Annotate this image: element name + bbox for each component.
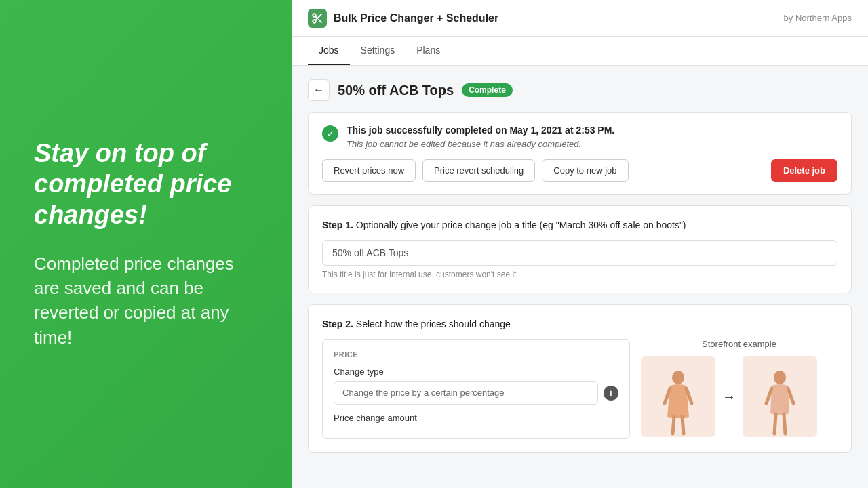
svg-line-14 bbox=[784, 414, 785, 434]
hero-heading: Stay on top of completed price changes! bbox=[34, 138, 258, 231]
alert-header: ✓ This job successfully completed on May… bbox=[322, 125, 837, 150]
alert-actions: Revert prices now Price revert schedulin… bbox=[322, 159, 837, 182]
price-section-title: PRICE bbox=[334, 350, 618, 359]
change-type-wrapper: Change the price by a certain percentage… bbox=[334, 381, 618, 405]
svg-line-13 bbox=[774, 414, 776, 434]
left-panel: Stay on top of completed price changes! … bbox=[0, 0, 292, 488]
svg-line-8 bbox=[673, 417, 674, 434]
change-type-info-icon[interactable]: i bbox=[604, 386, 618, 401]
step2-card: Step 2. Select how the prices should cha… bbox=[308, 304, 852, 453]
product-figure-after bbox=[760, 369, 800, 437]
change-type-select[interactable]: Change the price by a certain percentage bbox=[334, 381, 598, 405]
svg-line-9 bbox=[682, 417, 684, 434]
product-figure-before bbox=[658, 369, 698, 437]
nav-tabs: Jobs Settings Plans bbox=[292, 37, 868, 66]
app-logo-icon bbox=[308, 9, 327, 28]
alert-text: This job successfully completed on May 1… bbox=[347, 125, 614, 150]
app-by: by Northern Apps bbox=[784, 13, 852, 23]
main-content: ← 50% off ACB Tops Complete ✓ This job s… bbox=[292, 66, 868, 488]
storefront-images: → bbox=[641, 356, 837, 437]
copy-to-new-job-button[interactable]: Copy to new job bbox=[542, 159, 628, 182]
alert-note: This job cannot be edited because it has… bbox=[347, 139, 581, 149]
app-header: Bulk Price Changer + Scheduler by Northe… bbox=[292, 0, 868, 37]
storefront-example: Storefront example bbox=[641, 339, 837, 439]
alert-buttons: Revert prices now Price revert schedulin… bbox=[322, 159, 629, 182]
price-revert-scheduling-button[interactable]: Price revert scheduling bbox=[422, 159, 535, 182]
arrow-icon: → bbox=[715, 389, 743, 405]
svg-point-5 bbox=[672, 371, 684, 384]
step1-card: Step 1. Optionally give your price chang… bbox=[308, 205, 852, 293]
storefront-title: Storefront example bbox=[641, 339, 837, 349]
tab-plans[interactable]: Plans bbox=[406, 37, 451, 65]
revert-prices-now-button[interactable]: Revert prices now bbox=[322, 159, 416, 182]
delete-job-button[interactable]: Delete job bbox=[771, 159, 837, 182]
change-type-label: Change type bbox=[334, 367, 618, 377]
page-header: ← 50% off ACB Tops Complete bbox=[308, 79, 852, 101]
svg-line-12 bbox=[788, 388, 793, 403]
app-header-left: Bulk Price Changer + Scheduler bbox=[308, 9, 498, 28]
success-check-icon: ✓ bbox=[322, 125, 338, 142]
price-config: PRICE Change type Change the price by a … bbox=[322, 339, 630, 439]
right-panel: Bulk Price Changer + Scheduler by Northe… bbox=[292, 0, 868, 488]
job-title-input[interactable] bbox=[322, 240, 837, 266]
svg-line-11 bbox=[766, 388, 772, 403]
alert-box: ✓ This job successfully completed on May… bbox=[308, 112, 852, 195]
svg-point-10 bbox=[774, 371, 786, 384]
hero-body: Completed price changes are saved and ca… bbox=[34, 251, 258, 350]
step1-hint: This title is just for internal use, cus… bbox=[322, 270, 837, 279]
app-title: Bulk Price Changer + Scheduler bbox=[334, 12, 498, 24]
step1-label: Step 1. Optionally give your price chang… bbox=[322, 220, 837, 230]
back-button[interactable]: ← bbox=[308, 79, 330, 101]
product-card-after bbox=[743, 356, 817, 437]
svg-line-3 bbox=[319, 19, 321, 22]
alert-success-text: This job successfully completed on May 1… bbox=[347, 125, 614, 136]
tab-jobs[interactable]: Jobs bbox=[308, 37, 350, 65]
status-badge: Complete bbox=[462, 83, 513, 97]
step2-label: Step 2. Select how the prices should cha… bbox=[322, 319, 837, 329]
tab-settings[interactable]: Settings bbox=[350, 37, 406, 65]
product-card-before bbox=[641, 356, 715, 437]
svg-line-4 bbox=[315, 16, 317, 18]
page-title: 50% off ACB Tops bbox=[338, 83, 454, 98]
price-change-amount-label: Price change amount bbox=[334, 413, 618, 423]
step2-inner: PRICE Change type Change the price by a … bbox=[322, 339, 837, 439]
